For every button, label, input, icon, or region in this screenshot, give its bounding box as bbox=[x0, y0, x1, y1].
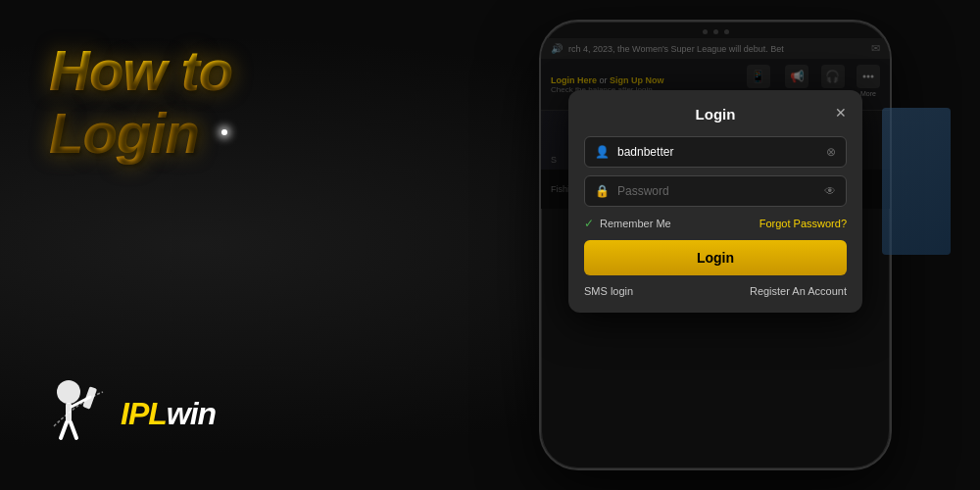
username-input-group[interactable]: 👤 ⊗ bbox=[584, 136, 847, 168]
svg-line-3 bbox=[71, 422, 76, 438]
logo-cricket-icon bbox=[49, 377, 113, 451]
logo-section: IPLwin bbox=[49, 377, 412, 451]
modal-close-button[interactable]: ✕ bbox=[835, 106, 847, 120]
password-input[interactable] bbox=[617, 184, 824, 198]
side-decorations bbox=[882, 108, 960, 255]
phone-mockup: 🔊 rch 4, 2023, the Women's Super League … bbox=[539, 20, 892, 470]
modal-header: Login ✕ bbox=[584, 106, 847, 122]
login-button[interactable]: Login bbox=[584, 240, 847, 275]
password-visibility-icon[interactable]: 👁 bbox=[824, 184, 836, 198]
checkmark-icon: ✓ bbox=[584, 217, 594, 230]
page-heading: How to Login bbox=[49, 39, 412, 165]
register-link[interactable]: Register An Account bbox=[750, 285, 847, 297]
sparkle-decoration bbox=[221, 129, 227, 135]
sms-login-link[interactable]: SMS login bbox=[584, 285, 633, 297]
username-clear-icon[interactable]: ⊗ bbox=[826, 145, 836, 159]
logo-text: IPLwin bbox=[121, 396, 216, 432]
modal-title: Login bbox=[696, 106, 736, 122]
modal-overlay: Login ✕ 👤 ⊗ 🔒 👁 ✓ bbox=[541, 22, 890, 468]
username-input[interactable] bbox=[617, 145, 826, 159]
password-input-group[interactable]: 🔒 👁 bbox=[584, 175, 847, 207]
svg-point-0 bbox=[57, 380, 80, 404]
svg-line-2 bbox=[61, 422, 67, 438]
remember-me-label: Remember Me bbox=[600, 218, 671, 229]
lock-icon: 🔒 bbox=[595, 184, 610, 198]
left-section: How to Login IPLwin bbox=[0, 0, 451, 490]
remember-left: ✓ Remember Me bbox=[584, 217, 671, 230]
user-icon: 👤 bbox=[595, 145, 610, 159]
modal-footer: SMS login Register An Account bbox=[584, 285, 847, 297]
forgot-password-link[interactable]: Forgot Password? bbox=[760, 218, 847, 229]
remember-row: ✓ Remember Me Forgot Password? bbox=[584, 217, 847, 230]
decoration-image bbox=[882, 108, 951, 255]
right-section: 🔊 rch 4, 2023, the Women's Super League … bbox=[480, 10, 951, 480]
login-modal: Login ✕ 👤 ⊗ 🔒 👁 ✓ bbox=[568, 90, 862, 313]
